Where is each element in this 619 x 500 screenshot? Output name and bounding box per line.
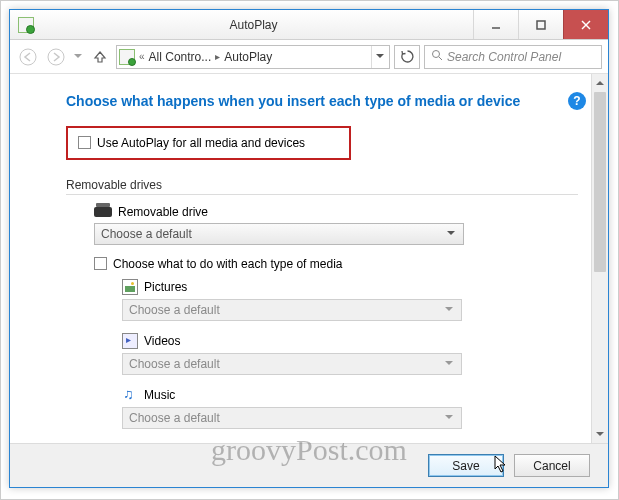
music-dropdown[interactable]: Choose a default [122, 407, 462, 429]
videos-label: Videos [144, 334, 180, 348]
removable-drive-label: Removable drive [118, 205, 208, 219]
svg-point-6 [433, 51, 440, 58]
minimize-button[interactable] [473, 10, 518, 39]
svg-point-4 [20, 49, 36, 65]
back-button[interactable] [16, 45, 40, 69]
global-autoplay-checkbox[interactable] [78, 136, 91, 149]
window-controls [473, 10, 608, 39]
up-button[interactable] [88, 45, 112, 69]
each-type-checkbox[interactable] [94, 257, 107, 270]
svg-point-5 [48, 49, 64, 65]
scroll-up-button[interactable] [592, 74, 608, 91]
chevron-down-icon [443, 224, 459, 244]
videos-icon [122, 333, 138, 349]
chevron-down-icon [441, 354, 457, 374]
titlebar: AutoPlay [10, 10, 608, 40]
navbar: « All Contro... ▸ AutoPlay Search Contro… [10, 40, 608, 74]
autoplay-app-icon [18, 17, 34, 33]
removable-drives-header: Removable drives [66, 178, 578, 192]
window-title: AutoPlay [34, 18, 473, 32]
each-type-row: Choose what to do with each type of medi… [94, 257, 578, 271]
videos-row: Videos [122, 333, 578, 349]
pictures-value: Choose a default [129, 303, 220, 317]
control-panel-icon [119, 49, 135, 65]
drive-icon [94, 207, 112, 217]
chevron-down-icon [441, 408, 457, 428]
search-icon [431, 49, 443, 64]
cancel-button[interactable]: Cancel [514, 454, 590, 477]
removable-drive-dropdown[interactable]: Choose a default [94, 223, 464, 245]
removable-drive-value: Choose a default [101, 227, 192, 241]
pictures-dropdown[interactable]: Choose a default [122, 299, 462, 321]
search-placeholder: Search Control Panel [447, 50, 561, 64]
breadcrumb-current[interactable]: AutoPlay [224, 50, 272, 64]
music-icon [122, 387, 138, 403]
global-autoplay-row: Use AutoPlay for all media and devices [66, 126, 351, 160]
help-icon[interactable]: ? [568, 92, 586, 110]
button-bar: Save Cancel [10, 443, 608, 487]
vertical-scrollbar[interactable] [591, 74, 608, 443]
close-button[interactable] [563, 10, 608, 39]
pictures-icon [122, 279, 138, 295]
videos-value: Choose a default [129, 357, 220, 371]
address-bar[interactable]: « All Contro... ▸ AutoPlay [116, 45, 390, 69]
autoplay-window: AutoPlay « All Cont [9, 9, 609, 488]
divider [66, 194, 578, 195]
forward-button[interactable] [44, 45, 68, 69]
videos-dropdown[interactable]: Choose a default [122, 353, 462, 375]
svg-line-7 [439, 57, 442, 60]
crumb-sep-icon: « [139, 51, 145, 62]
music-row: Music [122, 387, 578, 403]
music-label: Music [144, 388, 175, 402]
pictures-row: Pictures [122, 279, 578, 295]
scroll-down-button[interactable] [592, 426, 608, 443]
refresh-button[interactable] [394, 45, 420, 69]
svg-rect-1 [537, 21, 545, 29]
global-autoplay-label: Use AutoPlay for all media and devices [97, 136, 305, 150]
chevron-down-icon [441, 300, 457, 320]
save-button[interactable]: Save [428, 454, 504, 477]
address-dropdown[interactable] [371, 46, 387, 68]
scroll-thumb[interactable] [594, 92, 606, 272]
pictures-label: Pictures [144, 280, 187, 294]
page-title: Choose what happens when you insert each… [66, 92, 578, 112]
chevron-right-icon: ▸ [215, 51, 220, 62]
each-type-label: Choose what to do with each type of medi… [113, 257, 342, 271]
recent-dropdown[interactable] [72, 45, 84, 69]
maximize-button[interactable] [518, 10, 563, 39]
music-value: Choose a default [129, 411, 220, 425]
search-input[interactable]: Search Control Panel [424, 45, 602, 69]
removable-drive-row: Removable drive [94, 205, 578, 219]
breadcrumb-parent[interactable]: All Contro... [149, 50, 212, 64]
content-area: ? Choose what happens when you insert ea… [10, 74, 608, 443]
